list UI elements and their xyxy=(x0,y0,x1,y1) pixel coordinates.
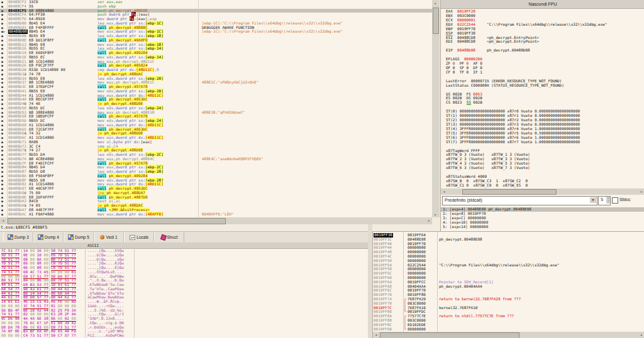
scroll-down-icon[interactable]: ▾ xyxy=(432,212,438,217)
scroll-right-icon[interactable]: ▸ xyxy=(426,217,432,223)
disasm-row[interactable]: ●00488D49E8 8EC6F7FFcall ph_decrypt.4053… xyxy=(0,97,432,102)
breakpoint-dot-icon[interactable]: ● xyxy=(1,77,3,81)
disasm-row[interactable]: ●00488DA5∨74 05je ph_decrypt.488DAC xyxy=(0,204,432,208)
disasm-row[interactable]: ●00488D60A1 1CD14800mov eax,dword ptr ds… xyxy=(0,123,432,128)
breakpoint-dot-icon[interactable]: ● xyxy=(1,174,3,178)
breakpoint-dot-icon[interactable]: ● xyxy=(1,119,3,123)
breakpoint-dot-icon[interactable]: ● xyxy=(1,0,3,4)
register-line[interactable]: LastStatus C000008A (STATUS_RESOURCE_TYP… xyxy=(446,84,607,88)
scroll-thumb[interactable] xyxy=(8,218,226,224)
breakpoint-dot-icon[interactable]: ● xyxy=(1,17,3,21)
breakpoint-dot-icon[interactable]: ● xyxy=(1,153,3,157)
disasm-row[interactable]: ●00488D37B8 1C8E4800mov eax,ph_decrypt.4… xyxy=(0,80,432,85)
disasm-row[interactable]: ●00488D5D8B55 DCmov edx,dword ptr ss:[eb… xyxy=(0,119,432,123)
register-line[interactable]: CS 0023 SS 002B xyxy=(446,101,607,105)
scroll-right-icon[interactable]: ▸ xyxy=(638,188,644,194)
breakpoint-dot-icon[interactable]: ● xyxy=(1,212,3,217)
argument-row[interactable]: 5: [esp+14] 00000000 xyxy=(441,225,644,229)
disasm-row[interactable]: ●00488D4E∨74 4Eje ph_decrypt.488D9E xyxy=(0,102,432,106)
breakpoint-dot-icon[interactable]: ● xyxy=(1,85,3,89)
register-line[interactable]: ST(7) 3FFF8000000000000000 x87r7 Vuoto 1… xyxy=(446,140,607,144)
breakpoint-dot-icon[interactable]: ● xyxy=(1,34,3,38)
disasm-row[interactable]: ●00488D3CE8 37EDFCFFcall ph_decrypt.457A… xyxy=(0,85,432,89)
breakpoint-dot-icon[interactable]: ● xyxy=(1,182,3,187)
breakpoint-dot-icon[interactable]: ● xyxy=(1,97,3,102)
disasm-row[interactable]: ●00488CF233C0xor eax,eax xyxy=(0,0,432,4)
disasm-row[interactable]: ●00488D44A1 1CD14800mov eax,dword ptr ds… xyxy=(0,94,432,98)
disasm-row[interactable]: ●00488D2B833D 1CD14800 00cmp dword ptr d… xyxy=(0,68,432,72)
breakpoint-dot-icon[interactable]: ● xyxy=(1,157,3,161)
breakpoint-dot-icon[interactable]: ● xyxy=(1,191,3,195)
breakpoint-dot-icon[interactable]: ● xyxy=(1,43,3,47)
arg-count-stepper[interactable]: 5 ▴▾ xyxy=(598,196,611,205)
breakpoint-dot-icon[interactable]: ● xyxy=(1,128,3,132)
disasm-row[interactable]: ●00488D0EE8 DD13F8FFcall ph_decrypt.40A0… xyxy=(0,38,432,43)
disasm-row[interactable]: ●00488DACA1 F0AF4800mov eax,dword ptr ds… xyxy=(0,212,432,217)
breakpoint-dot-icon[interactable]: ● xyxy=(1,131,3,136)
breakpoint-dot-icon[interactable]: ● xyxy=(1,199,3,204)
disasm-row[interactable]: ●00488D97E8 40C6F7FFcall ph_decrypt.4053… xyxy=(0,187,432,191)
disasm-row[interactable]: ●00488D168D55 EClea edx,dword ptr ss:[eb… xyxy=(0,46,432,51)
tab-locals[interactable]: x=Locals xyxy=(124,232,154,242)
register-line[interactable]: x87SW_C1 0 x87SW_C0 0 x87SW_ES 0 xyxy=(446,183,607,188)
breakpoint-dot-icon[interactable]: ● xyxy=(1,63,3,68)
breakpoint-dot-icon[interactable]: ● xyxy=(1,204,3,208)
disasm-row[interactable]: ●00488D0B8D55 E8lea edx,dword ptr ss:[eb… xyxy=(0,34,432,38)
disasm-row[interactable]: ●00488D9C∨75 09jne ph_decrypt.488DA7 xyxy=(0,191,432,195)
breakpoint-dot-icon[interactable]: ● xyxy=(1,114,3,119)
register-line[interactable]: x87TW_6 3 (Vuoto) x87TW_7 3 (Vuoto) xyxy=(446,166,607,170)
scroll-left-icon[interactable]: ◂ xyxy=(373,332,379,337)
breakpoint-dot-icon[interactable]: ● xyxy=(1,60,3,64)
breakpoint-dot-icon[interactable]: ● xyxy=(1,9,3,13)
disasm-row[interactable]: ●00488D58E8 1BEDFCFFcall ph_decrypt.457A… xyxy=(0,114,432,119)
disasm-row[interactable]: ●00488D418B55 E0mov edx,dword ptr ss:[eb… xyxy=(0,89,432,94)
scroll-right-icon[interactable]: ▸ xyxy=(638,332,644,337)
disasm-row[interactable]: ●00488D138B45 E8mov eax,dword ptr ss:[eb… xyxy=(0,43,432,47)
breakpoint-dot-icon[interactable]: ● xyxy=(1,51,3,55)
disasm-row[interactable]: ●00488D6CA1 1CD14800mov eax,dword ptr ds… xyxy=(0,136,432,140)
disasm-row[interactable]: ●00488D21B8 1CD14800mov eax,ph_decrypt.4… xyxy=(0,60,432,64)
registers-horizontal-scrollbar[interactable]: ◂ ▸ xyxy=(441,188,644,195)
breakpoint-dot-icon[interactable]: ● xyxy=(1,55,3,60)
chevron-down-icon[interactable]: ▼ xyxy=(590,197,596,203)
tab-dump-3[interactable]: Dump 3 xyxy=(3,232,33,242)
scroll-thumb[interactable] xyxy=(462,189,557,195)
register-line[interactable]: EIP 00488D08 ph_decrypt.00488D08 xyxy=(446,48,607,53)
breakpoint-dot-icon[interactable]: ● xyxy=(1,72,3,77)
disasm-row[interactable]: ●00488D75∨74 27je ph_decrypt.488D9E xyxy=(0,148,432,153)
disasm-horizontal-scrollbar[interactable]: ◂ ▸ xyxy=(0,217,432,224)
breakpoint-dot-icon[interactable]: ● xyxy=(1,195,3,200)
breakpoint-dot-icon[interactable]: ● xyxy=(1,26,3,30)
tab-vedi-1[interactable]: Vedi 1 xyxy=(94,232,124,242)
register-line[interactable]: EDI 00488CD8 <ph_decrypt.EntryPoint> xyxy=(446,40,607,44)
disasm-row[interactable]: ●▶00488D088B45 E4mov eax,dword ptr ss:[e… xyxy=(0,30,432,34)
disasm-row[interactable]: ●00488D6A∨74 32je ph_decrypt.488D9E xyxy=(0,131,432,136)
disasm-row[interactable]: ●00488D7FE8 F4ECFCFFcall ph_decrypt.457A… xyxy=(0,161,432,166)
breakpoint-dot-icon[interactable]: ● xyxy=(1,111,3,115)
disasm-row[interactable]: ●00488CF455push ebp xyxy=(0,4,432,9)
disasm-row[interactable]: ●00488D53B8 388E4800mov eax,ph_decrypt.4… xyxy=(0,111,432,115)
breakpoint-dot-icon[interactable]: ● xyxy=(1,136,3,140)
dump-row[interactable]: 00 00 00C4 73 51 7750 C7 57 77PïZ.....As… xyxy=(0,334,368,338)
tab-dump-5[interactable]: Dump 5 xyxy=(64,232,94,242)
breakpoint-dot-icon[interactable]: ● xyxy=(1,68,3,72)
tab-dump-4[interactable]: Dump 4 xyxy=(33,232,64,242)
breakpoint-dot-icon[interactable]: ● xyxy=(1,148,3,153)
disasm-row[interactable]: ●00488D848B45 D4mov eax,dword ptr ss:[eb… xyxy=(0,165,432,170)
disasm-row[interactable]: ●00488D8AE8 F504F8FFcall ph_decrypt.4092… xyxy=(0,174,432,178)
disasm-row[interactable]: ●00488D733C C4cmp al,C4 xyxy=(0,144,432,149)
tab-struct[interactable]: Struct xyxy=(154,232,184,242)
breakpoint-dot-icon[interactable]: ● xyxy=(1,94,3,98)
disasm-row[interactable]: ●00488CF568 088E4800push ph_decrypt.488E… xyxy=(0,9,432,13)
breakpoint-dot-icon[interactable]: ● xyxy=(1,165,3,170)
breakpoint-dot-icon[interactable]: ● xyxy=(1,102,3,106)
disasm-row[interactable]: ●00488D878D55 D8lea edx,dword ptr ss:[eb… xyxy=(0,170,432,174)
breakpoint-dot-icon[interactable]: ● xyxy=(1,178,3,183)
scroll-up-icon[interactable]: ▴ xyxy=(432,0,438,6)
breakpoint-dot-icon[interactable]: ● xyxy=(1,46,3,51)
hide-fpu-button[interactable]: Nascondi FPU xyxy=(441,0,644,9)
disasm-row[interactable]: ●00488D1E8B55 ECmov edx,dword ptr ss:[eb… xyxy=(0,55,432,60)
disasm-row[interactable]: ●00488D19E8 6605F8FFcall ph_decrypt.4092… xyxy=(0,51,432,55)
disasm-row[interactable]: ●00488CFA64:FF30push dword ptr fs:[eax] xyxy=(0,13,432,17)
disasm-row[interactable]: ●00488D718A00mov al,byte ptr ds:[eax] xyxy=(0,140,432,144)
